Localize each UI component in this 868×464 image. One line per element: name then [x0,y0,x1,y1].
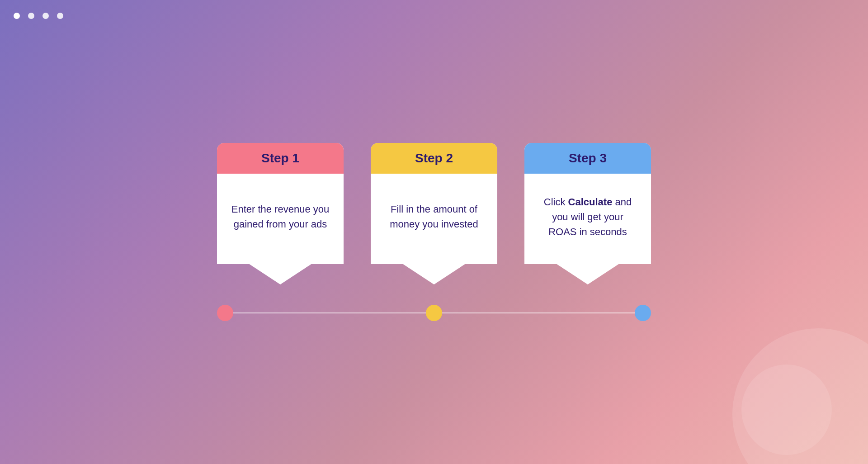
step-3-header: Step 3 [524,143,651,174]
step-3-text: Click Calculate and you will get your RO… [538,194,637,239]
step-1-shape: Step 1 Enter the revenue you gained from… [217,143,344,264]
step-1-body: Enter the revenue you gained from your a… [217,174,344,264]
timeline-dot-1 [217,305,233,321]
timeline-dot-3 [635,305,651,321]
main-content: Step 1 Enter the revenue you gained from… [0,0,868,464]
step-2-shape: Step 2 Fill in the amount of money you i… [371,143,497,264]
step-1-card: Step 1 Enter the revenue you gained from… [217,143,344,264]
timeline-section [217,305,651,321]
step-1-title: Step 1 [261,151,299,165]
step-3-title: Step 3 [569,151,607,165]
step-2-text: Fill in the amount of money you invested [384,202,484,232]
step-2-header: Step 2 [371,143,497,174]
steps-container: Step 1 Enter the revenue you gained from… [217,143,651,264]
timeline-dot-2 [426,305,442,321]
step-2-card: Step 2 Fill in the amount of money you i… [371,143,497,264]
step-3-shape: Step 3 Click Calculate and you will get … [524,143,651,264]
timeline-dots [217,305,651,321]
step-2-title: Step 2 [415,151,453,165]
step-3-body: Click Calculate and you will get your RO… [524,174,651,264]
step-2-body: Fill in the amount of money you invested [371,174,497,264]
step-1-text: Enter the revenue you gained from your a… [231,202,330,232]
step-3-card: Step 3 Click Calculate and you will get … [524,143,651,264]
step-1-header: Step 1 [217,143,344,174]
